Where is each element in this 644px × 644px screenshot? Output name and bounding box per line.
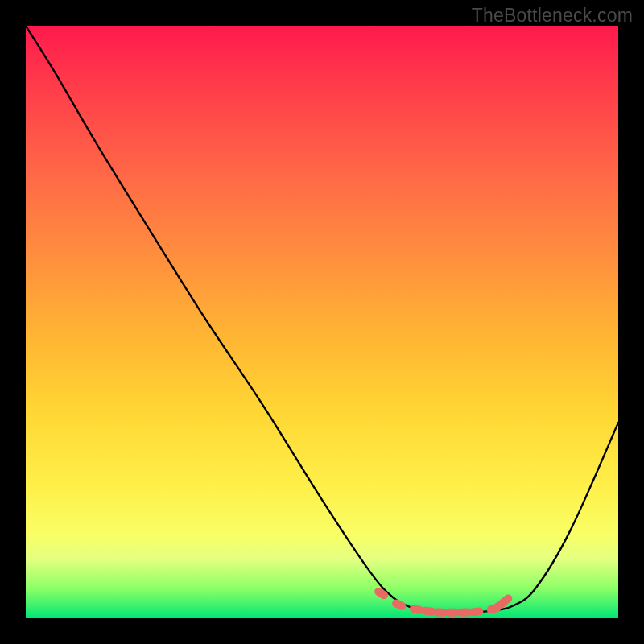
chart-frame: TheBottleneck.com [0, 0, 644, 644]
marker-dot [469, 607, 484, 617]
highlight-markers [373, 586, 514, 617]
plot-area [26, 26, 618, 618]
bottleneck-curve [26, 26, 618, 613]
marker-dot [390, 598, 407, 612]
watermark-text: TheBottleneck.com [472, 5, 633, 27]
chart-svg [26, 26, 618, 618]
marker-dot [373, 586, 390, 601]
